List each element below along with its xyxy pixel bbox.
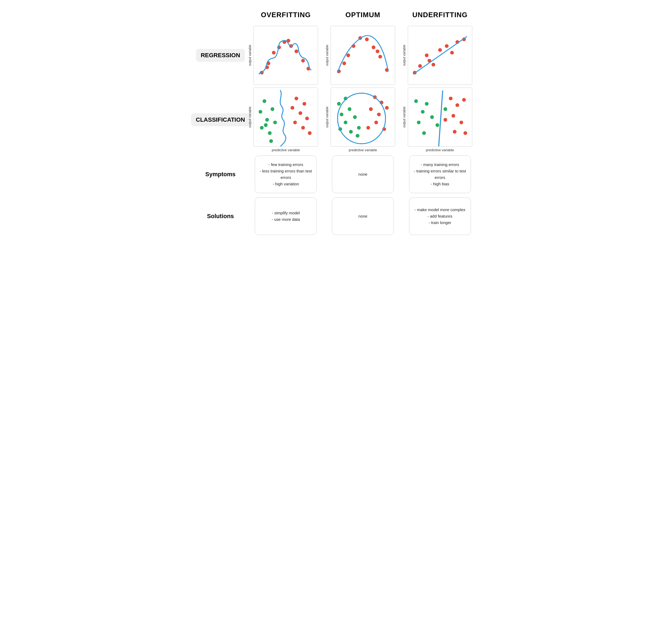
svg-point-69 [417,121,420,124]
svg-point-41 [303,102,306,106]
symptoms-underfitting-cell: - many training errors - training errors… [401,153,478,195]
symptoms-overfitting-cell: - few training errors - less training er… [247,153,324,195]
svg-point-7 [301,59,305,62]
svg-point-22 [418,64,422,68]
svg-point-75 [449,97,452,101]
regression-label: REGRESSION [194,24,247,86]
svg-point-20 [376,49,379,53]
header-overfitting: OVERFITTING [247,8,324,24]
svg-point-60 [369,107,373,111]
svg-point-57 [356,134,359,137]
svg-point-27 [450,51,454,54]
svg-point-45 [293,121,297,124]
svg-point-73 [435,123,439,127]
svg-point-64 [366,126,370,130]
symptoms-label-text: Symptoms [205,171,235,178]
symptoms-overfitting-text: - few training errors - less training er… [258,161,313,187]
svg-point-71 [430,115,434,119]
regression-overfitting-cell: output variable [247,24,324,86]
regression-optimum-wrapper: output variable [331,26,395,85]
svg-point-15 [365,37,369,42]
svg-point-78 [451,114,455,118]
cls-opt-y-label: output variable [325,107,329,128]
svg-point-23 [425,53,428,57]
cls-over-y-label: output variable [248,107,252,128]
svg-point-56 [357,126,361,130]
svg-point-6 [295,49,298,53]
svg-point-55 [349,130,353,134]
regression-overfitting-wrapper: output variable [253,26,318,85]
svg-point-82 [464,131,467,135]
svg-point-25 [438,48,442,52]
cls-over-x-label: predictive variable [272,148,300,152]
classification-underfitting-wrapper: output variable [408,87,472,147]
svg-point-36 [271,107,274,111]
symptoms-label: Symptoms [194,153,247,195]
svg-point-66 [338,93,385,144]
solutions-overfitting-box: - simplify model - use more data [255,198,317,235]
symptoms-optimum-box: none [332,156,394,193]
svg-point-31 [263,99,266,103]
svg-point-70 [425,102,428,106]
solutions-label-text: Solutions [207,213,234,220]
svg-point-79 [462,98,466,102]
reg-opt-y-label: output variable [325,45,329,66]
svg-point-32 [258,110,263,114]
svg-point-44 [305,116,309,120]
solutions-label: Solutions [194,195,247,237]
svg-point-39 [269,139,273,143]
svg-point-61 [377,112,381,116]
main-grid: OVERFITTING OPTIMUM UNDERFITTING REGRESS… [194,8,478,237]
svg-point-50 [340,112,344,116]
reg-under-y-label: output variable [402,45,406,66]
classification-underfitting-cell: output variable [401,86,478,153]
classification-overfitting-chart [253,87,318,147]
solutions-optimum-text: none [358,213,367,219]
classification-optimum-cell: output variable [324,86,402,153]
svg-point-80 [459,121,463,124]
solutions-optimum-box: none [332,198,394,235]
svg-point-72 [422,131,426,135]
svg-point-33 [265,118,269,122]
svg-point-16 [372,45,375,49]
regression-optimum-cell: output variable [324,24,402,86]
svg-point-67 [414,99,418,103]
svg-point-38 [273,121,277,124]
svg-point-43 [299,111,302,115]
symptoms-optimum-text: none [358,171,367,178]
svg-point-62 [385,106,389,110]
svg-point-35 [268,131,272,135]
svg-point-48 [337,102,341,106]
regression-underfitting-wrapper: output variable [408,26,472,85]
svg-point-68 [421,110,424,114]
symptoms-underfitting-text: - many training errors - training errors… [413,161,468,187]
svg-point-51 [348,107,352,111]
classification-label-box: CLASSIFICATION [191,113,250,127]
classification-underfitting-chart [408,87,472,147]
cls-under-x-label: predictive variable [426,148,454,152]
svg-point-52 [344,121,348,124]
cls-opt-x-label: predictive variable [349,148,377,152]
svg-point-2 [272,51,276,54]
svg-point-46 [301,126,305,130]
svg-point-76 [444,118,447,122]
svg-point-37 [264,123,268,127]
regression-label-box: REGRESSION [196,49,245,62]
solutions-overfitting-text: - simplify model - use more data [272,210,300,223]
svg-point-81 [453,130,456,134]
svg-point-74 [444,107,447,111]
symptoms-optimum-cell: none [324,153,402,195]
solutions-underfitting-text: - make model more complex - add features… [415,207,465,226]
classification-label: CLASSIFICATION [194,86,247,153]
solutions-overfitting-cell: - simplify model - use more data [247,195,324,237]
svg-point-12 [347,53,350,57]
svg-point-34 [260,126,264,130]
solutions-optimum-cell: none [324,195,402,237]
svg-point-17 [378,55,382,58]
svg-point-24 [431,63,435,67]
classification-optimum-wrapper: output variable [331,87,395,147]
cls-under-y-label: output variable [402,107,406,128]
solutions-underfitting-cell: - make model more complex - add features… [401,195,478,237]
classification-optimum-chart [331,87,395,147]
regression-underfitting-chart [408,26,472,85]
